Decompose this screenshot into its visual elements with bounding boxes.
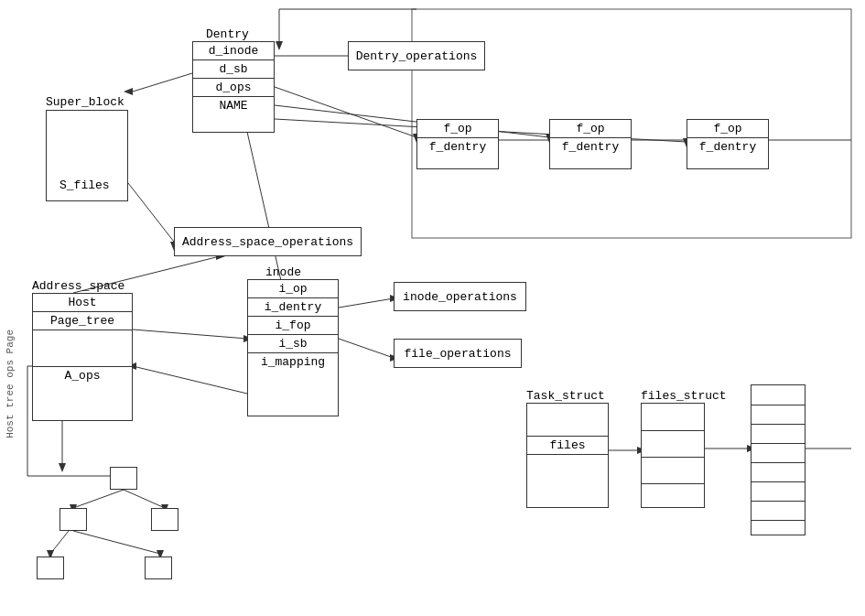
fd-row-7 <box>751 501 805 520</box>
files-struct-cell4 <box>642 483 704 510</box>
super-block-label: Super_block <box>46 95 124 109</box>
dentry-operations-box: Dentry_operations <box>348 41 485 70</box>
fd-row-1 <box>751 385 805 405</box>
file3-f-op: f_op <box>687 120 768 137</box>
address-space-box: Host Page_tree A_ops <box>32 293 133 421</box>
address-space-host: Host <box>33 294 132 311</box>
inode-i-mapping: i_mapping <box>248 352 338 371</box>
fd-row-6 <box>751 481 805 501</box>
task-struct-label: Task_struct <box>526 389 605 403</box>
task-struct-empty-top <box>527 404 608 436</box>
file3-box: f_op f_dentry <box>687 119 769 169</box>
address-space-ops-label: Address_space_operations <box>182 235 353 249</box>
dentry-name: NAME <box>193 96 274 114</box>
file2-f-op: f_op <box>550 120 631 137</box>
dentry-box: d_inode d_sb d_ops NAME <box>192 41 275 133</box>
svg-marker-4 <box>276 41 283 50</box>
files-struct-cell2 <box>642 430 704 457</box>
fd-row-3 <box>751 424 805 443</box>
dentry-operations-label: Dentry_operations <box>356 49 478 63</box>
svg-line-41 <box>124 490 165 508</box>
inode-box: i_op i_dentry i_fop i_sb i_mapping <box>247 279 339 416</box>
file2-f-dentry: f_dentry <box>550 137 631 156</box>
svg-marker-49 <box>59 463 66 472</box>
svg-line-27 <box>339 298 394 308</box>
fd-array-box <box>751 384 806 535</box>
inode-operations-box: inode_operations <box>394 282 526 311</box>
task-struct-files: files <box>527 436 608 454</box>
fd-row-2 <box>751 405 805 424</box>
svg-line-29 <box>339 339 394 358</box>
files-struct-box <box>641 403 705 508</box>
file1-f-op: f_op <box>417 120 498 137</box>
dentry-label: Dentry <box>206 27 249 41</box>
svg-line-40 <box>73 490 124 508</box>
dentry-d-ops: d_ops <box>193 78 274 96</box>
svg-line-46 <box>73 531 160 554</box>
files-struct-cell1 <box>642 404 704 430</box>
dentry-d-inode: d_inode <box>193 42 274 59</box>
address-space-label: Address_space <box>32 279 124 293</box>
inode-i-fop: i_fop <box>248 316 338 334</box>
tree-root-node <box>110 467 137 490</box>
super-block-s-files: S_files <box>59 178 110 192</box>
svg-marker-6 <box>124 88 133 95</box>
files-struct-cell3 <box>642 457 704 483</box>
inode-i-op: i_op <box>248 280 338 297</box>
tree-l2-right-node <box>145 557 172 579</box>
tree-l1-right-node <box>151 508 178 531</box>
svg-line-15 <box>128 183 174 242</box>
svg-line-31 <box>133 366 247 394</box>
task-struct-box: files <box>526 403 609 508</box>
diagram: Super_block S_files d_inode d_sb d_ops N… <box>0 0 865 616</box>
address-space-a-ops: A_ops <box>33 366 132 384</box>
fd-row-4 <box>751 443 805 462</box>
file1-box: f_op f_dentry <box>416 119 499 169</box>
svg-line-17 <box>275 87 416 137</box>
file-operations-box: file_operations <box>394 339 522 368</box>
address-space-page-tree: Page_tree <box>33 311 132 330</box>
inode-operations-label: inode_operations <box>403 290 517 304</box>
inode-i-sb: i_sb <box>248 334 338 352</box>
dentry-d-sb: d_sb <box>193 59 274 78</box>
svg-line-19 <box>275 105 549 137</box>
inode-i-dentry: i_dentry <box>248 297 338 316</box>
address-space-ops-box: Address_space_operations <box>174 227 362 256</box>
fd-row-5 <box>751 462 805 481</box>
host-tree-ops-label: Host tree ops Page <box>5 330 23 438</box>
files-struct-label: files_struct <box>641 389 727 403</box>
svg-line-44 <box>50 531 69 554</box>
task-struct-empty-bottom <box>527 454 608 486</box>
address-space-empty <box>33 330 132 366</box>
inode-label: inode <box>265 265 301 279</box>
svg-line-5 <box>133 73 192 92</box>
fd-row-8 <box>751 520 805 539</box>
tree-l2-left-node <box>37 557 64 579</box>
file1-f-dentry: f_dentry <box>417 137 498 156</box>
file2-box: f_op f_dentry <box>549 119 632 169</box>
file3-f-dentry: f_dentry <box>687 137 768 156</box>
file-operations-label: file_operations <box>404 347 511 361</box>
svg-line-23 <box>133 330 247 339</box>
tree-l1-left-node <box>59 508 87 531</box>
